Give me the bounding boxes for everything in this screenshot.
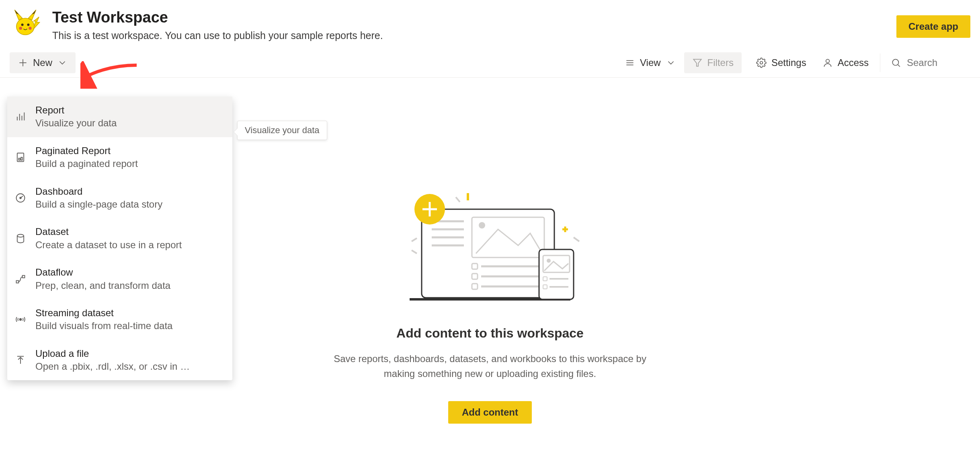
plus-icon [18, 58, 28, 68]
empty-state-illustration [398, 181, 582, 310]
filter-icon [692, 58, 703, 68]
menu-item-title: Upload a file [35, 347, 190, 360]
svg-line-62 [412, 238, 417, 241]
empty-state-title: Add content to this workspace [323, 326, 657, 341]
svg-line-19 [898, 65, 900, 67]
menu-item-title: Dataflow [35, 266, 170, 279]
filters-button[interactable]: Filters [684, 52, 742, 73]
menu-item-title: Dataset [35, 225, 182, 238]
add-content-button[interactable]: Add content [448, 401, 532, 424]
person-icon [822, 58, 833, 68]
svg-line-64 [574, 237, 579, 241]
menu-item-subtitle: Build visuals from real-time data [35, 319, 172, 332]
svg-rect-32 [23, 275, 25, 278]
svg-marker-15 [693, 59, 701, 66]
workspace-description: This is a test workspace. You can use to… [52, 30, 896, 41]
menu-item-dashboard[interactable]: Dashboard Build a single-page data story [7, 178, 232, 218]
broadcast-icon [14, 313, 27, 325]
svg-rect-50 [539, 249, 574, 299]
bar-chart-icon [14, 111, 27, 123]
svg-rect-27 [21, 157, 22, 160]
filters-button-label: Filters [707, 57, 734, 68]
workspace-title-block: Test Workspace This is a test workspace.… [52, 7, 896, 41]
svg-point-43 [479, 222, 485, 229]
flow-icon [14, 273, 27, 285]
svg-marker-9 [34, 17, 40, 29]
menu-item-subtitle: Build a single-page data story [35, 198, 162, 211]
search-input[interactable] [907, 57, 963, 68]
search-box[interactable] [884, 52, 970, 73]
settings-button-label: Settings [771, 57, 806, 68]
chevron-down-icon [57, 58, 68, 68]
svg-point-29 [20, 197, 21, 199]
menu-item-report[interactable]: Report Visualize your data [7, 97, 232, 137]
menu-item-title: Streaming dataset [35, 307, 172, 319]
new-button-label: New [33, 57, 52, 68]
svg-point-5 [21, 23, 24, 26]
chevron-down-icon [666, 58, 676, 68]
search-icon [891, 58, 901, 68]
svg-rect-25 [17, 153, 24, 162]
svg-point-8 [29, 27, 31, 30]
svg-point-33 [20, 319, 22, 321]
access-button-label: Access [838, 57, 869, 68]
menu-item-tooltip: Visualize your data [237, 121, 327, 140]
svg-line-63 [412, 250, 417, 253]
svg-line-60 [456, 197, 460, 202]
create-app-button[interactable]: Create app [896, 15, 970, 38]
svg-point-6 [27, 23, 29, 26]
gauge-icon [14, 192, 27, 204]
svg-point-52 [547, 259, 551, 263]
menu-item-paginated-report[interactable]: Paginated Report Build a paginated repor… [7, 137, 232, 178]
empty-state: Add content to this workspace Save repor… [323, 181, 657, 424]
menu-item-subtitle: Open a .pbix, .rdl, .xlsx, or .csv in … [35, 360, 190, 373]
toolbar-divider [880, 54, 880, 72]
upload-icon [14, 354, 27, 366]
menu-item-dataflow[interactable]: Dataflow Prep, clean, and transform data [7, 259, 232, 299]
menu-item-title: Paginated Report [35, 144, 138, 157]
workspace-avatar [10, 7, 41, 39]
svg-rect-26 [18, 159, 20, 161]
svg-point-0 [16, 18, 34, 35]
svg-point-18 [892, 59, 898, 65]
workspace-title: Test Workspace [52, 8, 896, 27]
menu-item-subtitle: Build a paginated report [35, 157, 138, 170]
svg-point-17 [826, 59, 829, 63]
menu-item-streaming-dataset[interactable]: Streaming dataset Build visuals from rea… [7, 299, 232, 340]
page-icon [14, 151, 27, 163]
menu-item-title: Report [35, 104, 117, 117]
new-dropdown: Report Visualize your data Paginated Rep… [7, 97, 232, 380]
new-button[interactable]: New [10, 52, 76, 73]
menu-item-subtitle: Create a dataset to use in a report [35, 239, 182, 251]
svg-point-30 [17, 234, 24, 237]
svg-rect-31 [16, 280, 19, 283]
view-button-label: View [640, 57, 661, 68]
gear-icon [756, 58, 767, 68]
database-icon [14, 233, 27, 245]
svg-point-16 [760, 62, 763, 64]
view-button[interactable]: View [617, 52, 684, 73]
svg-point-7 [19, 27, 22, 30]
empty-state-description: Save reports, dashboards, datasets, and … [323, 351, 657, 381]
menu-item-subtitle: Prep, clean, and transform data [35, 279, 170, 292]
menu-item-title: Dashboard [35, 185, 162, 198]
menu-item-subtitle: Visualize your data [35, 117, 117, 130]
list-icon [625, 58, 635, 68]
menu-item-upload-file[interactable]: Upload a file Open a .pbix, .rdl, .xlsx,… [7, 340, 232, 381]
menu-item-dataset[interactable]: Dataset Create a dataset to use in a rep… [7, 218, 232, 259]
access-button[interactable]: Access [814, 52, 877, 73]
toolbar: New View Filters Settings Access [0, 49, 980, 78]
workspace-header: Test Workspace This is a test workspace.… [0, 0, 980, 45]
settings-button[interactable]: Settings [748, 52, 814, 73]
